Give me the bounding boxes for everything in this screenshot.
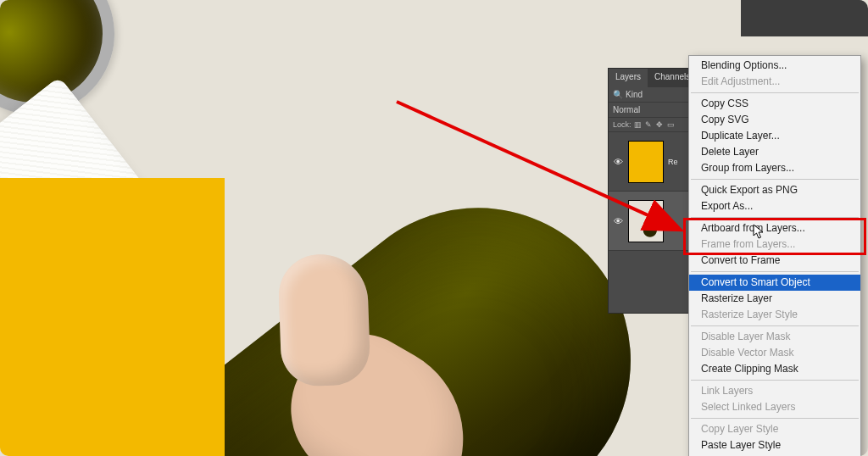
layer-item-background[interactable]: 👁 xyxy=(609,192,688,251)
layer-name[interactable]: Re xyxy=(668,158,685,166)
menu-item-disable-vector-mask: Disable Vector Mask xyxy=(689,345,860,361)
menu-item-frame-from-layers: Frame from Layers... xyxy=(689,236,860,253)
lock-row: Lock: ▥ ✎ ✥ ▭ xyxy=(609,118,688,132)
visibility-toggle-icon[interactable]: 👁 xyxy=(612,216,624,226)
layers-filter-row: 🔍Kind xyxy=(609,87,688,103)
menu-separator xyxy=(691,380,859,381)
menu-item-blending-options[interactable]: Blending Options... xyxy=(689,58,860,74)
menu-separator xyxy=(691,418,859,419)
layers-kind-filter[interactable]: 🔍Kind xyxy=(613,90,684,99)
menu-item-copy-layer-style: Copy Layer Style xyxy=(689,421,860,437)
layers-panel[interactable]: Layers Channels 🔍Kind Normal Lock: ▥ ✎ ✥… xyxy=(608,68,689,314)
layer-context-menu[interactable]: Blending Options...Edit Adjustment...Cop… xyxy=(688,55,861,456)
menu-item-edit-adjustment: Edit Adjustment... xyxy=(689,74,860,90)
layer-thumbnail[interactable] xyxy=(628,141,664,183)
tab-layers[interactable]: Layers xyxy=(609,69,648,87)
layer-thumbnail[interactable] xyxy=(628,200,664,242)
lock-brush-icon[interactable]: ✎ xyxy=(645,120,654,129)
menu-item-convert-to-smart-object[interactable]: Convert to Smart Object xyxy=(689,275,860,291)
lock-artboard-icon[interactable]: ▭ xyxy=(667,120,676,129)
panel-tabs: Layers Channels xyxy=(609,69,688,87)
menu-separator xyxy=(691,271,859,272)
menu-item-paste-layer-style[interactable]: Paste Layer Style xyxy=(689,437,860,453)
menu-separator xyxy=(691,92,859,93)
menu-item-rasterize-layer-style: Rasterize Layer Style xyxy=(689,307,860,323)
menu-item-disable-layer-mask: Disable Layer Mask xyxy=(689,329,860,345)
menu-item-link-layers: Link Layers xyxy=(689,383,860,399)
visibility-toggle-icon[interactable]: 👁 xyxy=(612,157,624,167)
lock-transparent-icon[interactable]: ▥ xyxy=(634,120,643,129)
canvas-yellow-rectangle-layer[interactable] xyxy=(0,178,225,456)
lock-label: Lock: xyxy=(613,120,632,129)
blend-mode-select[interactable]: Normal xyxy=(613,105,640,114)
menu-item-group-from-layers[interactable]: Group from Layers... xyxy=(689,160,860,176)
menu-item-rasterize-layer[interactable]: Rasterize Layer xyxy=(689,291,860,307)
menu-item-select-linked-layers: Select Linked Layers xyxy=(689,399,860,415)
lock-move-icon[interactable]: ✥ xyxy=(656,120,665,129)
menu-item-create-clipping-mask[interactable]: Create Clipping Mask xyxy=(689,361,860,377)
menu-item-copy-svg[interactable]: Copy SVG xyxy=(689,112,860,128)
menu-separator xyxy=(691,325,859,326)
blend-mode-row: Normal xyxy=(609,103,688,118)
menu-item-quick-export-as-png[interactable]: Quick Export as PNG xyxy=(689,182,860,198)
menu-item-copy-css[interactable]: Copy CSS xyxy=(689,96,860,112)
layer-item-yellow[interactable]: 👁 Re xyxy=(609,132,688,192)
menu-separator xyxy=(691,217,859,218)
menu-item-export-as[interactable]: Export As... xyxy=(689,198,860,214)
menu-item-delete-layer[interactable]: Delete Layer xyxy=(689,144,860,160)
app-chrome-strip xyxy=(741,0,868,36)
menu-item-duplicate-layer[interactable]: Duplicate Layer... xyxy=(689,128,860,144)
menu-item-artboard-from-layers[interactable]: Artboard from Layers... xyxy=(689,220,860,236)
menu-item-convert-to-frame[interactable]: Convert to Frame xyxy=(689,253,860,269)
search-icon: 🔍 xyxy=(613,90,623,99)
menu-separator xyxy=(691,179,859,180)
